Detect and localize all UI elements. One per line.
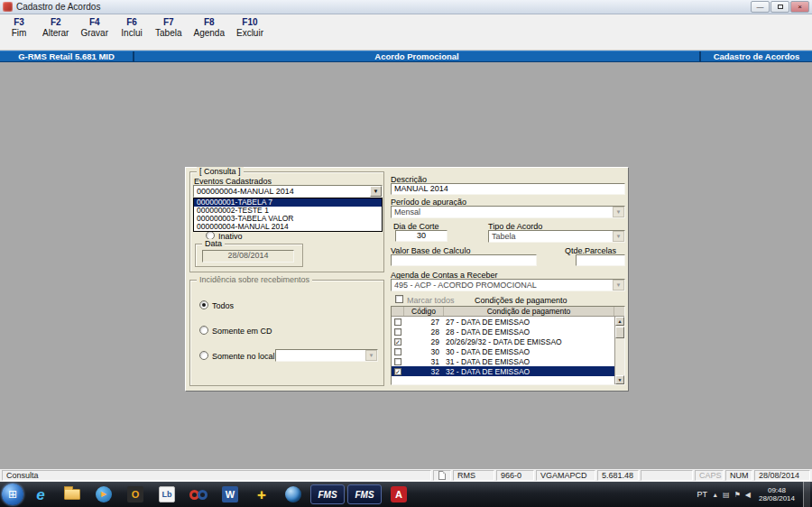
toolbar-key: F10 bbox=[236, 17, 263, 28]
close-button[interactable]: × bbox=[790, 1, 809, 13]
tray-display-icon[interactable]: ▤ bbox=[723, 491, 730, 499]
status-mode: Consulta bbox=[2, 470, 431, 481]
row-condicao: 32 - DATA DE EMISSAO bbox=[444, 367, 616, 376]
grid-row[interactable]: 30 30 - DATA DE EMISSAO bbox=[392, 346, 616, 356]
scroll-down-icon[interactable]: ▼ bbox=[615, 375, 624, 384]
dropdown-arrow-icon: ▼ bbox=[365, 350, 377, 361]
show-desktop-button[interactable] bbox=[803, 482, 810, 507]
rings-app-taskbar-button[interactable] bbox=[184, 483, 213, 506]
app-icon bbox=[3, 2, 13, 12]
row-checkbox[interactable] bbox=[394, 318, 401, 326]
header-screen-title: Cadastro de Acordos bbox=[701, 51, 812, 61]
marcar-todos-checkbox[interactable] bbox=[395, 295, 403, 303]
row-codigo: 32 bbox=[404, 367, 444, 376]
toolbar-key: F2 bbox=[42, 17, 69, 28]
internet-explorer-taskbar-button[interactable]: e bbox=[26, 483, 55, 506]
tray-volume-icon[interactable]: ◀ bbox=[745, 491, 751, 499]
grid-header-checkbox-col bbox=[392, 307, 404, 316]
toolbar-button-f10-excluir[interactable]: F10 Excluir bbox=[236, 17, 263, 39]
row-checkbox[interactable]: ✓ bbox=[394, 368, 401, 375]
descricao-field[interactable]: MANUAL 2014 bbox=[391, 183, 625, 195]
tray-flag-icon[interactable]: ⚑ bbox=[734, 491, 741, 499]
globe-app-taskbar-button[interactable] bbox=[279, 483, 308, 506]
fms-taskbar-button-1[interactable]: FMS bbox=[310, 484, 345, 504]
grid-row[interactable]: ✓ 29 20/26/29/32 - DATA DE EMISSAO bbox=[392, 336, 616, 346]
toolbar-button-f3-fim[interactable]: F3 Fim bbox=[7, 17, 31, 39]
toolbar-key: F6 bbox=[120, 17, 143, 28]
start-button[interactable]: ⊞ bbox=[2, 484, 23, 505]
word-icon: W bbox=[222, 486, 238, 502]
adobe-reader-taskbar-button[interactable]: A bbox=[384, 483, 413, 506]
row-checkbox[interactable] bbox=[394, 358, 401, 365]
row-condicao: 31 - DATA DE EMISSAO bbox=[444, 357, 616, 366]
word-taskbar-button[interactable]: W bbox=[216, 483, 245, 506]
incidencia-cd-radio[interactable] bbox=[199, 326, 208, 335]
incidencia-todos-radio[interactable] bbox=[199, 300, 208, 309]
marcar-todos-label: Marcar todos bbox=[407, 296, 455, 305]
row-codigo: 29 bbox=[404, 337, 444, 346]
tipo-acordo-combobox-value: Tabela bbox=[492, 232, 612, 242]
qtde-parcelas-field[interactable] bbox=[576, 254, 625, 266]
data-field: 28/08/2014 bbox=[202, 250, 294, 263]
grid-row[interactable]: 27 27 - DATA DE EMISSAO bbox=[392, 317, 616, 327]
periodo-combobox-value: Mensal bbox=[394, 207, 612, 217]
system-tray: PT ▲ ▤ ⚑ ◀ 09:48 28/08/2014 bbox=[697, 482, 810, 507]
fms-logo: FMS bbox=[355, 490, 374, 500]
row-condicao: 28 - DATA DE EMISSAO bbox=[444, 327, 616, 336]
eventos-combobox[interactable]: 000000004-MANUAL 2014 ▼ bbox=[193, 185, 383, 198]
toolbar-button-f2-alterar[interactable]: F2 Alterar bbox=[42, 17, 69, 39]
toolbar-label: Tabela bbox=[155, 28, 181, 39]
fms-logo: FMS bbox=[318, 490, 337, 500]
lb-app-icon: Lb bbox=[159, 486, 175, 502]
toolbar-key: F3 bbox=[7, 17, 31, 28]
local-combobox[interactable]: ▼ bbox=[275, 349, 378, 362]
periodo-combobox[interactable]: Mensal ▼ bbox=[391, 206, 625, 218]
dropdown-arrow-icon: ▼ bbox=[613, 231, 624, 242]
incidencia-todos-label: Todos bbox=[212, 301, 234, 310]
window-controls: — × bbox=[751, 1, 809, 13]
explorer-taskbar-button[interactable] bbox=[58, 483, 87, 506]
status-date: 28/08/2014 bbox=[754, 470, 810, 481]
fms-taskbar-button-2[interactable]: FMS bbox=[347, 484, 382, 504]
minimize-button[interactable]: — bbox=[751, 1, 770, 13]
status-document-cell bbox=[433, 470, 451, 481]
incidencia-local-radio[interactable] bbox=[199, 351, 208, 360]
toolbar-button-f6-inclui[interactable]: F6 Inclui bbox=[120, 17, 143, 39]
taskbar-clock[interactable]: 09:48 28/08/2014 bbox=[755, 486, 798, 502]
language-indicator[interactable]: PT bbox=[697, 490, 708, 499]
window-titlebar: Cadastro de Acordos — × bbox=[0, 0, 812, 14]
dia-corte-field[interactable]: 30 bbox=[395, 230, 448, 242]
outlook-taskbar-button[interactable]: O bbox=[121, 483, 150, 506]
row-checkbox[interactable] bbox=[394, 348, 401, 355]
toolbar-button-f7-tabela[interactable]: F7 Tabela bbox=[155, 17, 181, 39]
scroll-up-icon[interactable]: ▲ bbox=[615, 317, 624, 326]
internet-explorer-icon: e bbox=[36, 487, 44, 502]
dropdown-option[interactable]: 000000004-MANUAL 2014 bbox=[194, 223, 382, 231]
agenda-combobox[interactable]: 495 - ACP - ACORDO PROMOCIONAL ▼ bbox=[391, 279, 625, 291]
tipo-acordo-combobox[interactable]: Tabela ▼ bbox=[488, 230, 625, 243]
row-condicao: 30 - DATA DE EMISSAO bbox=[444, 347, 616, 356]
acordo-form-panel: [ Consulta ] Eventos Cadastrados 0000000… bbox=[185, 167, 629, 392]
tray-expand-icon[interactable]: ▲ bbox=[712, 492, 718, 498]
toolbar-key: F7 bbox=[155, 17, 181, 28]
data-group-title: Data bbox=[202, 239, 225, 248]
toolbar-key: F8 bbox=[193, 17, 224, 28]
grid-row[interactable]: 28 28 - DATA DE EMISSAO bbox=[392, 327, 616, 336]
toolbar-button-f4-gravar[interactable]: F4 Gravar bbox=[80, 17, 108, 39]
plus-app-taskbar-button[interactable]: + bbox=[247, 483, 276, 506]
grid-row-selected[interactable]: ✓ 32 32 - DATA DE EMISSAO bbox=[392, 366, 616, 376]
row-checkbox[interactable] bbox=[394, 328, 401, 336]
restore-button[interactable] bbox=[770, 1, 789, 13]
row-checkbox[interactable]: ✓ bbox=[394, 338, 401, 346]
media-player-taskbar-button[interactable]: ▶ bbox=[89, 483, 118, 506]
valor-base-field[interactable] bbox=[391, 254, 537, 266]
incidencia-group-title: Incidência sobre recebimentos bbox=[197, 275, 312, 284]
grid-row[interactable]: 31 31 - DATA DE EMISSAO bbox=[392, 356, 616, 366]
lb-app-taskbar-button[interactable]: Lb bbox=[152, 483, 181, 506]
scrollbar-thumb[interactable] bbox=[615, 327, 624, 338]
toolbar-button-f8-agenda[interactable]: F8 Agenda bbox=[193, 17, 224, 39]
app-header-bar: G-RMS Retail 5.681 MID Acordo Promociona… bbox=[0, 51, 812, 62]
restore-icon bbox=[778, 5, 783, 9]
grid-scrollbar[interactable]: ▲ ▼ bbox=[614, 317, 624, 384]
dropdown-arrow-icon[interactable]: ▼ bbox=[370, 186, 382, 197]
